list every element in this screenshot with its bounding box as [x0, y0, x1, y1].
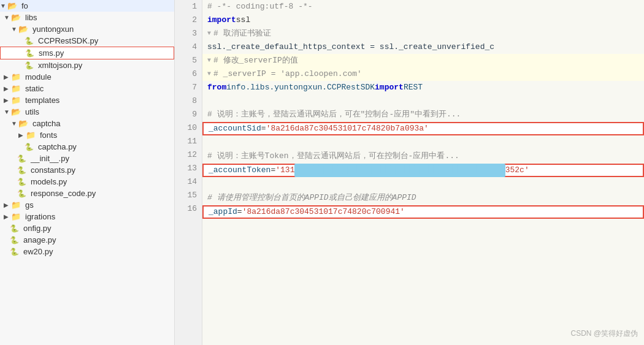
arrow-icon: [18, 132, 25, 138]
code-editor: 12345678910111213141516 # -*- coding:utf…: [175, 0, 644, 345]
folder-icon: 📂: [7, 1, 17, 10]
line-number: 1: [175, 0, 202, 13]
folder-icon: 📁: [26, 131, 36, 140]
sidebar-item-CCPRestSDK.py[interactable]: 🐍CCPRestSDK.py: [0, 35, 174, 47]
file-icon: 🐍: [25, 49, 34, 58]
code-line: [202, 178, 644, 191]
sidebar-item-static[interactable]: 📁static: [0, 83, 174, 94]
folder-icon: 📁: [11, 72, 21, 82]
arrow-icon: [4, 213, 10, 220]
sidebar-item-label: sms.py: [39, 48, 64, 58]
arrow-icon: [4, 14, 10, 21]
sidebar-item-label: fonts: [40, 131, 57, 140]
arrow-icon: [4, 108, 10, 115]
line-number: 3: [175, 27, 202, 40]
line-number: 2: [175, 13, 202, 27]
folder-icon: 📂: [11, 107, 21, 116]
line-number: 12: [175, 148, 202, 162]
folder-icon: 📂: [11, 13, 21, 22]
folder-icon: 📂: [18, 25, 28, 34]
sidebar-item-label: gs: [25, 200, 34, 210]
sidebar-item-templates[interactable]: 📁templates: [0, 94, 174, 106]
sidebar-item-onfig.py[interactable]: 🐍onfig.py: [0, 222, 174, 234]
file-icon: 🐍: [25, 143, 34, 151]
code-line: [202, 94, 644, 108]
sidebar-item-label: yuntongxun: [33, 25, 74, 34]
sidebar-item-captcha[interactable]: 📂captcha: [0, 118, 174, 129]
sidebar-item-__init__.py[interactable]: 🐍__init__.py: [0, 153, 174, 164]
line-numbers: 12345678910111213141516: [175, 0, 202, 345]
sidebar-item-label: templates: [25, 96, 59, 105]
sidebar-item-label: static: [25, 84, 44, 93]
code-line: _accountToken = '131████████████████████…: [202, 164, 644, 177]
sidebar-item-label: onfig.py: [23, 224, 52, 233]
sidebar-item-label: module: [25, 72, 52, 82]
line-number: 10: [175, 121, 202, 135]
arrow-icon: [11, 26, 17, 32]
sidebar-item-label: models.py: [31, 177, 67, 186]
file-icon: 🐍: [17, 178, 26, 186]
sidebar-item-label: captcha: [33, 119, 61, 128]
file-icon: 🐍: [25, 61, 34, 70]
sidebar-item-label: xmltojson.py: [38, 61, 82, 70]
sidebar-item-label: ew20.py: [23, 247, 53, 256]
sidebar-item-module[interactable]: 📁module: [0, 71, 174, 83]
file-icon: 🐍: [25, 37, 34, 45]
line-number: 5: [175, 54, 202, 67]
arrow-icon: [4, 97, 10, 104]
sidebar-item-xmltojson.py[interactable]: 🐍xmltojson.py: [0, 59, 174, 71]
line-number: 11: [175, 135, 202, 148]
sidebar-item-igrations[interactable]: 📁igrations: [0, 211, 174, 222]
code-line: # 说明：主账号Token，登陆云通讯网站后，可在控制台-应用中看...: [202, 150, 644, 163]
code-content: # -*- coding:utf-8 -*-import ssl▼ # 取消证书…: [202, 0, 644, 345]
sidebar-item-captcha.py[interactable]: 🐍captcha.py: [0, 141, 174, 153]
sidebar-item-yuntongxun[interactable]: 📂yuntongxun: [0, 23, 174, 35]
file-icon: 🐍: [17, 166, 26, 175]
line-number: 6: [175, 67, 202, 81]
file-icon: 🐍: [10, 236, 19, 245]
code-line: from info.libs.yuntongxun.CCPRestSDK imp…: [202, 81, 644, 94]
file-icon: 🐍: [17, 154, 26, 163]
line-number: 16: [175, 202, 202, 216]
sidebar-item-sms.py[interactable]: 🐍sms.py: [0, 47, 174, 59]
arrow-icon: [0, 2, 6, 9]
sidebar-item-label: libs: [25, 13, 37, 22]
sidebar-item-libs[interactable]: 📂libs: [0, 12, 174, 23]
folder-icon: 📁: [11, 84, 21, 93]
sidebar-item-label: igrations: [25, 212, 55, 221]
sidebar-item-fo[interactable]: 📂fo: [0, 0, 174, 12]
sidebar-item-ew20.py[interactable]: 🐍ew20.py: [0, 246, 174, 257]
file-icon: 🐍: [17, 189, 26, 198]
code-line: ▼ # 修改_serverIP的值: [202, 54, 644, 67]
sidebar-item-fonts[interactable]: 📁fonts: [0, 129, 174, 141]
sidebar-item-constants.py[interactable]: 🐍constants.py: [0, 164, 174, 176]
sidebar-item-label: response_code.py: [31, 189, 96, 198]
sidebar-item-models.py[interactable]: 🐍models.py: [0, 176, 174, 188]
file-icon: 🐍: [10, 224, 19, 233]
sidebar-item-label: constants.py: [31, 165, 75, 175]
sidebar-item-label: utils: [25, 107, 39, 116]
code-line: # -*- coding:utf-8 -*-: [202, 0, 644, 13]
code-line: ssl._create_default_https_context = ssl.…: [202, 40, 644, 54]
arrow-icon: [4, 85, 10, 92]
arrow-icon: [4, 74, 10, 80]
sidebar-item-response_code.py[interactable]: 🐍response_code.py: [0, 188, 174, 199]
sidebar-item-utils[interactable]: 📂utils: [0, 106, 174, 118]
sidebar-item-anage.py[interactable]: 🐍anage.py: [0, 234, 174, 246]
sidebar-item-label: fo: [21, 1, 28, 10]
line-number: 14: [175, 175, 202, 189]
collapse-arrow-icon: ▼: [207, 67, 211, 81]
sidebar-item-label: CCPRestSDK.py: [38, 36, 98, 45]
line-number: 8: [175, 94, 202, 108]
file-tree[interactable]: 📂fo📂libs📂yuntongxun🐍CCPRestSDK.py🐍sms.py…: [0, 0, 175, 345]
redacted-token: ████████████████████████████████████████…: [294, 164, 505, 177]
code-line: ▼ # 取消证书验证: [202, 27, 644, 40]
folder-icon: 📂: [18, 119, 28, 128]
sidebar-item-gs[interactable]: 📁gs: [0, 199, 174, 211]
folder-icon: 📁: [11, 96, 21, 105]
line-number: 9: [175, 108, 202, 121]
line-number: 13: [175, 162, 202, 175]
code-line: [202, 136, 644, 150]
arrow-icon: [4, 202, 10, 208]
arrow-icon: [11, 120, 17, 127]
